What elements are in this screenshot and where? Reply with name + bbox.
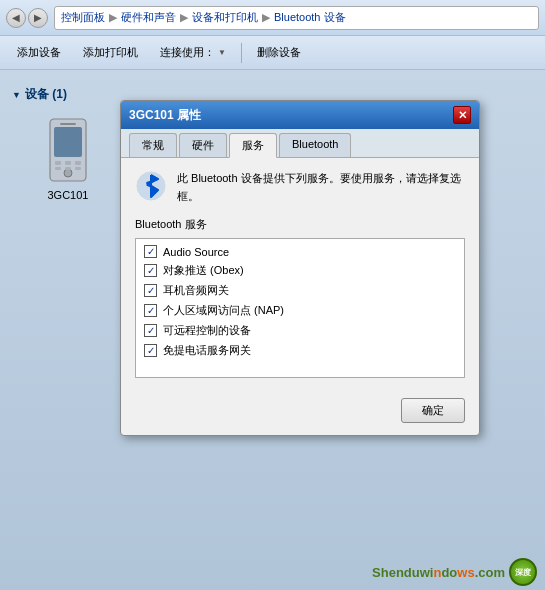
watermark-text: Shenduwindows.com [372, 565, 505, 580]
device-item-3gc101[interactable]: 3GC101 [12, 111, 124, 207]
watermark-area: Shenduwindows.com 深度 [372, 558, 537, 586]
connect-dropdown-arrow: ▼ [218, 48, 226, 57]
service-checkbox-2[interactable] [144, 284, 157, 297]
service-item: Audio Source [144, 245, 456, 258]
breadcrumb-item-1[interactable]: 控制面板 [61, 10, 105, 25]
service-item: 耳机音频网关 [144, 283, 456, 298]
dialog-titlebar: 3GC101 属性 ✕ [121, 101, 479, 129]
tab-bar: 常规 硬件 服务 Bluetooth [121, 129, 479, 158]
dialog-title: 3GC101 属性 [129, 107, 201, 124]
logo-badge: 深度 [509, 558, 537, 586]
bluetooth-icon [135, 170, 167, 202]
connect-use-label: 连接使用： [160, 45, 215, 60]
nav-buttons: ◀ ▶ [6, 8, 48, 28]
service-checkbox-4[interactable] [144, 324, 157, 337]
collapse-arrow[interactable]: ▼ [12, 90, 21, 100]
dialog-content: 此 Bluetooth 设备提供下列服务。要使用服务，请选择复选框。 Bluet… [121, 158, 479, 390]
left-panel: ▼ 设备 (1) 3GC101 [8, 78, 128, 582]
service-label-3: 个人区域网访问点 (NAP) [163, 303, 284, 318]
dialog-footer: 确定 [121, 390, 479, 435]
dialog-close-button[interactable]: ✕ [453, 106, 471, 124]
forward-button[interactable]: ▶ [28, 8, 48, 28]
toolbar: 添加设备 添加打印机 连接使用： ▼ 删除设备 [0, 36, 545, 70]
section-label: 设备 (1) [25, 86, 67, 103]
delete-device-button[interactable]: 删除设备 [248, 41, 310, 64]
service-item: 可远程控制的设备 [144, 323, 456, 338]
tab-general[interactable]: 常规 [129, 133, 177, 157]
service-label-4: 可远程控制的设备 [163, 323, 251, 338]
service-label-0: Audio Source [163, 246, 229, 258]
service-checkbox-5[interactable] [144, 344, 157, 357]
add-printer-button[interactable]: 添加打印机 [74, 41, 147, 64]
properties-dialog: 3GC101 属性 ✕ 常规 硬件 服务 Bluetooth 此 Blue [120, 100, 480, 436]
top-bar: ◀ ▶ 控制面板 ▶ 硬件和声音 ▶ 设备和打印机 ▶ Bluetooth 设备 [0, 0, 545, 36]
breadcrumb-sep-1: ▶ [109, 11, 117, 24]
devices-section-header: ▼ 设备 (1) [12, 86, 124, 103]
svg-rect-7 [55, 167, 61, 170]
service-group-label: Bluetooth 服务 [135, 217, 465, 232]
service-item: 对象推送 (Obex) [144, 263, 456, 278]
main-area: ▼ 设备 (1) 3GC101 3GC101 属性 ✕ [0, 70, 545, 590]
svg-rect-1 [54, 127, 82, 157]
description-text: 此 Bluetooth 设备提供下列服务。要使用服务，请选择复选框。 [177, 170, 465, 205]
tab-bluetooth[interactable]: Bluetooth [279, 133, 351, 157]
breadcrumb-item-2[interactable]: 硬件和声音 [121, 10, 176, 25]
breadcrumb-sep-2: ▶ [180, 11, 188, 24]
back-button[interactable]: ◀ [6, 8, 26, 28]
service-checkbox-0[interactable] [144, 245, 157, 258]
service-label-1: 对象推送 (Obex) [163, 263, 244, 278]
svg-rect-2 [60, 123, 76, 125]
breadcrumb[interactable]: 控制面板 ▶ 硬件和声音 ▶ 设备和打印机 ▶ Bluetooth 设备 [54, 6, 539, 30]
breadcrumb-sep-3: ▶ [262, 11, 270, 24]
toolbar-separator [241, 43, 242, 63]
tab-services[interactable]: 服务 [229, 133, 277, 158]
breadcrumb-item-4[interactable]: Bluetooth 设备 [274, 10, 346, 25]
svg-point-3 [64, 169, 72, 177]
phone-icon [46, 117, 90, 185]
add-device-button[interactable]: 添加设备 [8, 41, 70, 64]
svg-rect-8 [65, 167, 71, 170]
device-name: 3GC101 [48, 189, 89, 201]
breadcrumb-item-3[interactable]: 设备和打印机 [192, 10, 258, 25]
svg-rect-4 [55, 161, 61, 165]
connect-use-button[interactable]: 连接使用： ▼ [151, 41, 235, 64]
ok-button[interactable]: 确定 [401, 398, 465, 423]
service-checkbox-1[interactable] [144, 264, 157, 277]
service-description: 此 Bluetooth 设备提供下列服务。要使用服务，请选择复选框。 [135, 170, 465, 205]
tab-hardware[interactable]: 硬件 [179, 133, 227, 157]
service-item: 免提电话服务网关 [144, 343, 456, 358]
service-list-box: Audio Source对象推送 (Obex)耳机音频网关个人区域网访问点 (N… [135, 238, 465, 378]
service-checkbox-3[interactable] [144, 304, 157, 317]
svg-rect-9 [75, 167, 81, 170]
svg-rect-6 [75, 161, 81, 165]
service-label-2: 耳机音频网关 [163, 283, 229, 298]
svg-rect-5 [65, 161, 71, 165]
service-label-5: 免提电话服务网关 [163, 343, 251, 358]
service-item: 个人区域网访问点 (NAP) [144, 303, 456, 318]
